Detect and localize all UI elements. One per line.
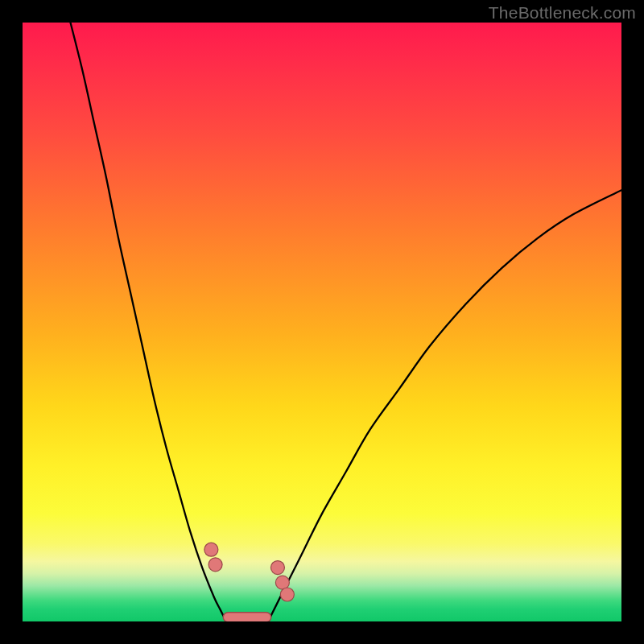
right-marker-c (280, 588, 294, 601)
right-curve (268, 190, 621, 621)
plot-area (23, 23, 621, 621)
left-marker-lower (208, 558, 222, 572)
outer-black-frame: TheBottleneck.com (0, 0, 644, 644)
left-curve (71, 23, 226, 621)
chart-svg (23, 23, 621, 621)
left-marker-upper (204, 543, 218, 556)
watermark-text: TheBottleneck.com (489, 3, 636, 23)
right-marker-a (270, 561, 284, 575)
marker-group (204, 543, 294, 601)
floor-marker-bar (223, 613, 271, 621)
